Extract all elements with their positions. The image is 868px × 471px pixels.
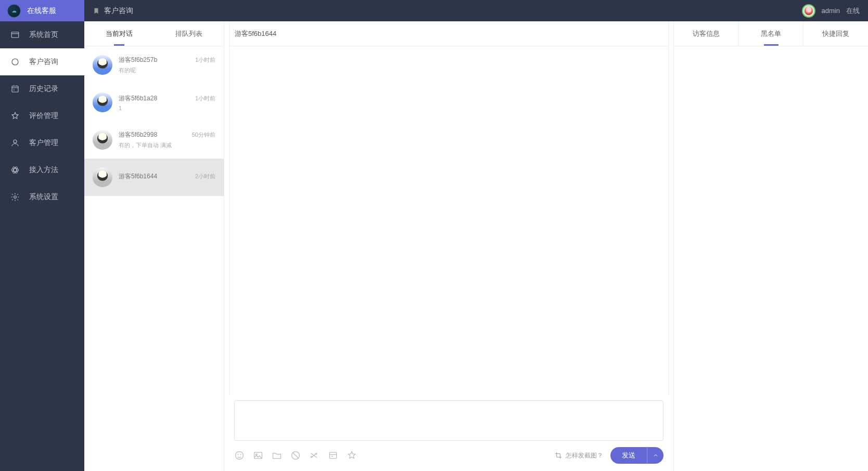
crop-icon <box>554 451 563 460</box>
tab-queue[interactable]: 排队列表 <box>154 21 224 46</box>
svg-point-10 <box>240 454 241 455</box>
tab-quick-reply[interactable]: 快捷回复 <box>803 21 868 46</box>
favorite-icon[interactable] <box>347 450 357 461</box>
visitor-avatar <box>93 130 112 150</box>
calendar-icon <box>10 84 20 94</box>
tool-icons <box>234 450 357 461</box>
window-icon <box>10 30 20 40</box>
nav-item-consult[interactable]: 客户咨询 <box>0 48 84 75</box>
svg-point-1 <box>12 59 18 65</box>
tab-label: 快捷回复 <box>822 29 849 38</box>
conversation-item[interactable]: 游客5f6b299850分钟前 有的，下单自动 满减 <box>84 121 224 159</box>
tab-label: 排队列表 <box>175 29 202 38</box>
conversation-preview: 有的呢 <box>119 67 215 74</box>
tab-current-chats[interactable]: 当前对话 <box>84 21 154 46</box>
sidebar: ☁ 在线客服 系统首页 客户咨询 历史记录 评价管理 客户管理 接入方法 <box>0 0 84 471</box>
conversation-time: 2小时前 <box>195 173 215 180</box>
chat-column: 游客5f6b1644 <box>224 21 674 471</box>
card-icon[interactable] <box>328 450 338 461</box>
screenshot-hint-label: 怎样发截图？ <box>566 451 603 460</box>
conversation-preview: 1 <box>119 105 215 111</box>
tab-blacklist[interactable]: 黑名单 <box>738 21 803 46</box>
emoji-icon[interactable] <box>234 450 245 461</box>
svg-point-7 <box>14 196 17 199</box>
send-button[interactable]: 发送 <box>610 447 647 464</box>
workspace: 当前对话 排队列表 游客5f6b257b1小时前 有的呢 游客5 <box>84 21 868 471</box>
nav-item-reviews[interactable]: 评价管理 <box>0 102 84 129</box>
visitor-avatar <box>93 93 112 112</box>
gear-icon <box>10 192 20 202</box>
page-title: 客户咨询 <box>104 6 133 16</box>
visitor-name: 游客5f6b1644 <box>119 172 157 181</box>
chat-input-area <box>229 395 669 440</box>
nav-item-history[interactable]: 历史记录 <box>0 75 84 102</box>
nav-item-home[interactable]: 系统首页 <box>0 21 84 48</box>
nav-label: 评价管理 <box>29 111 58 121</box>
toolbar-right: 怎样发截图？ 发送 <box>554 447 663 464</box>
chat-title: 游客5f6b1644 <box>235 29 276 38</box>
user-name: admin <box>822 7 840 15</box>
nav-label: 接入方法 <box>29 165 58 175</box>
message-input[interactable] <box>234 400 663 441</box>
circle-icon <box>10 57 20 67</box>
svg-rect-2 <box>12 86 18 92</box>
block-icon[interactable] <box>290 450 301 461</box>
bookmark-icon <box>93 7 100 15</box>
svg-rect-14 <box>329 452 336 459</box>
conversation-content: 游客5f6b1a281小时前 1 <box>119 94 215 111</box>
tab-label: 当前对话 <box>106 29 133 38</box>
user-icon <box>10 138 20 148</box>
info-tabs: 访客信息 黑名单 快捷回复 <box>674 21 868 46</box>
svg-point-3 <box>14 140 17 143</box>
topbar-user[interactable]: admin 在线 <box>802 4 860 18</box>
chat-messages <box>229 46 669 395</box>
visitor-avatar <box>93 55 112 75</box>
brand-name: 在线客服 <box>27 6 56 16</box>
conversation-time: 1小时前 <box>195 95 215 102</box>
brand-logo-icon: ☁ <box>7 4 21 18</box>
topbar-title-wrap: 客户咨询 <box>93 6 133 16</box>
avatar <box>802 4 815 18</box>
main: 客户咨询 admin 在线 当前对话 排队列表 游客 <box>84 0 868 471</box>
nav-label: 系统设置 <box>29 192 58 202</box>
nav-label: 历史记录 <box>29 84 58 94</box>
conversation-tabs: 当前对话 排队列表 <box>84 21 224 46</box>
conversation-content: 游客5f6b299850分钟前 有的，下单自动 满减 <box>119 130 215 149</box>
topbar: 客户咨询 admin 在线 <box>84 0 868 21</box>
send-button-group: 发送 <box>610 447 663 464</box>
nav-item-customers[interactable]: 客户管理 <box>0 129 84 156</box>
conversation-item[interactable]: 游客5f6b16442小时前 <box>84 159 224 196</box>
conversation-time: 1小时前 <box>195 56 215 64</box>
screenshot-hint[interactable]: 怎样发截图？ <box>554 451 603 460</box>
tab-visitor-info[interactable]: 访客信息 <box>674 21 738 46</box>
nav-label: 客户咨询 <box>29 57 58 67</box>
visitor-avatar <box>93 167 112 187</box>
nav-label: 客户管理 <box>29 138 58 148</box>
conversation-preview: 有的，下单自动 满减 <box>119 141 215 149</box>
star-icon <box>10 111 20 121</box>
tab-label: 黑名单 <box>761 29 781 38</box>
svg-point-8 <box>236 452 244 460</box>
svg-point-4 <box>11 168 19 172</box>
transfer-icon[interactable] <box>309 450 320 461</box>
visitor-name: 游客5f6b2998 <box>119 130 157 139</box>
user-status: 在线 <box>846 6 860 16</box>
svg-point-9 <box>238 454 238 455</box>
visitor-name: 游客5f6b257b <box>119 56 157 64</box>
conversation-content: 游客5f6b16442小时前 <box>119 172 215 183</box>
chat-toolbar: 怎样发截图？ 发送 <box>229 440 669 471</box>
conversation-item[interactable]: 游客5f6b257b1小时前 有的呢 <box>84 46 224 84</box>
chat-header: 游客5f6b1644 <box>229 21 669 46</box>
image-icon[interactable] <box>253 450 263 461</box>
conversation-list: 游客5f6b257b1小时前 有的呢 游客5f6b1a281小时前 1 <box>84 46 224 471</box>
conversation-column: 当前对话 排队列表 游客5f6b257b1小时前 有的呢 游客5 <box>84 21 224 471</box>
visitor-name: 游客5f6b1a28 <box>119 94 157 103</box>
conversation-item[interactable]: 游客5f6b1a281小时前 1 <box>84 84 224 121</box>
nav-item-integration[interactable]: 接入方法 <box>0 156 84 184</box>
nav-item-settings[interactable]: 系统设置 <box>0 184 84 211</box>
send-options-button[interactable] <box>647 447 663 464</box>
folder-icon[interactable] <box>272 450 282 461</box>
svg-rect-0 <box>11 32 19 38</box>
brand: ☁ 在线客服 <box>0 0 84 21</box>
tab-label: 访客信息 <box>693 29 720 38</box>
